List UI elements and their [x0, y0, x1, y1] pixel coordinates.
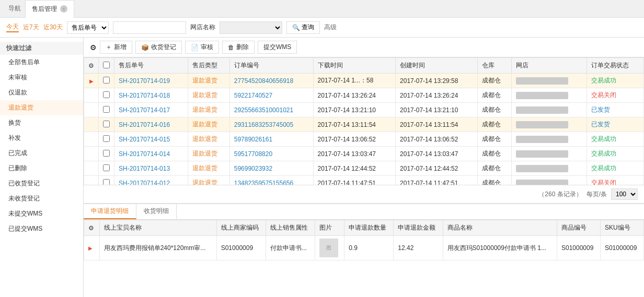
- bottom-table-row[interactable]: ▶用友西玛费用报销单240*120mm审...S01000009付款申请书...…: [84, 236, 644, 260]
- table-settings-icon[interactable]: ⚙: [90, 43, 97, 52]
- bth-goods-name: 商品名称: [443, 220, 557, 236]
- th-settings[interactable]: ⚙: [84, 58, 99, 74]
- sidebar-item[interactable]: 已收货登记: [0, 176, 83, 191]
- trade-status: 交易关闭: [586, 176, 643, 185]
- row-indicator: [84, 161, 99, 176]
- search-field-select[interactable]: 售后单号: [67, 21, 109, 34]
- row-checkbox[interactable]: [103, 179, 110, 185]
- date-today-btn[interactable]: 今天: [6, 22, 19, 32]
- tab-receive-detail[interactable]: 收货明细: [136, 204, 177, 219]
- after-sale-type: 退款退货: [188, 161, 230, 176]
- download-time: 2017-07-14 13:03:47: [313, 147, 395, 161]
- search-toolbar: 今天 近7天 近30天 售后单号 网店名称 🔍 查询 高级: [0, 18, 644, 38]
- sidebar-item[interactable]: 换货: [0, 115, 83, 130]
- sidebar-item[interactable]: 全部售后单: [0, 55, 83, 70]
- warehouse: 成都仓: [478, 132, 512, 147]
- row-checkbox[interactable]: [103, 135, 110, 142]
- warehouse: 成都仓: [478, 103, 512, 117]
- table-row[interactable]: SH-20170714-013退款退货596990239322017-07-14…: [84, 161, 644, 176]
- tab-close-btn[interactable]: ×: [60, 5, 67, 13]
- active-tab[interactable]: 售后管理 ×: [25, 0, 74, 18]
- top-nav: 导航 售后管理 ×: [0, 0, 644, 18]
- table-row[interactable]: SH-20170714-015退款退货597890261612017-07-14…: [84, 132, 644, 147]
- after-sale-type: 退款退货: [188, 88, 230, 103]
- created-time: 2017-07-14 13:26:24: [396, 88, 478, 103]
- receive-register-btn[interactable]: 📦 收货登记: [135, 41, 182, 54]
- after-sale-type: 退款退货: [188, 147, 230, 161]
- sidebar-item[interactable]: 退款退货: [0, 100, 83, 115]
- order-id: 59699023932: [229, 161, 313, 176]
- table-row[interactable]: SH-20170714-018退款退货592217405272017-07-14…: [84, 88, 644, 103]
- sidebar-item[interactable]: 仅退款: [0, 85, 83, 100]
- created-time: 2017-07-14 13:03:47: [396, 147, 478, 161]
- row-checkbox[interactable]: [103, 150, 110, 157]
- advanced-btn[interactable]: 高级: [324, 23, 337, 32]
- table-row[interactable]: SH-20170714-012退款退货134823595751556562017…: [84, 176, 644, 185]
- row-checkbox[interactable]: [103, 106, 110, 113]
- created-time: 2017-07-14 12:44:52: [396, 161, 478, 176]
- row-checkbox[interactable]: [103, 91, 110, 98]
- table-row[interactable]: SH-20170714-016退款退货293116832537450052017…: [84, 117, 644, 132]
- merchant-code: S01000009: [216, 236, 266, 260]
- th-warehouse: 仓库: [478, 58, 512, 74]
- sidebar-item[interactable]: 未提交WMS: [0, 206, 83, 221]
- shop-select[interactable]: [220, 21, 282, 34]
- after-sale-id: SH-20170714-019: [114, 74, 188, 88]
- th-order-id: 售后单号: [114, 58, 188, 74]
- trade-status: 交易关闭: [586, 88, 643, 103]
- date-30days-btn[interactable]: 近30天: [43, 23, 63, 32]
- main-table-body: ▶SH-20170714-019退款退货27754520840656918201…: [84, 74, 644, 185]
- row-indicator: [84, 117, 99, 132]
- created-time: 2017-07-14 13:29:58: [396, 74, 478, 88]
- shop-name: blurred shop name: [512, 161, 586, 176]
- product-name: 用友西玛费用报销单240*120mm审...: [99, 236, 216, 260]
- th-checkbox[interactable]: [99, 58, 114, 74]
- table-row[interactable]: SH-20170714-017退款退货292556635100010212017…: [84, 103, 644, 117]
- submit-wms-btn[interactable]: 提交WMS: [258, 41, 297, 54]
- sidebar-item[interactable]: 未收货登记: [0, 191, 83, 206]
- delete-btn[interactable]: 🗑 删除: [222, 41, 255, 54]
- tab-refund-detail[interactable]: 申请退货明细: [84, 204, 136, 219]
- shop-name: blurred shop name: [512, 132, 586, 147]
- row-indicator: [84, 103, 99, 117]
- row-checkbox[interactable]: [103, 164, 110, 171]
- after-sale-id: SH-20170714-017: [114, 103, 188, 117]
- table-row[interactable]: SH-20170714-014退款退货595177088202017-07-14…: [84, 147, 644, 161]
- order-id: 59517708820: [229, 147, 313, 161]
- sku-code: S01000009: [600, 236, 643, 260]
- trade-status: 已发货: [586, 103, 643, 117]
- after-sale-id: SH-20170714-014: [114, 147, 188, 161]
- audit-btn[interactable]: 📄 审核: [185, 41, 219, 54]
- sidebar-item[interactable]: 已删除: [0, 161, 83, 176]
- shop-name: blurred shop name: [512, 88, 586, 103]
- row-checkbox[interactable]: [103, 77, 110, 84]
- search-btn[interactable]: 🔍 查询: [286, 21, 320, 34]
- after-sale-type: 退款退货: [188, 176, 230, 185]
- nav-label: 导航: [4, 4, 25, 13]
- sidebar-item[interactable]: 未审核: [0, 70, 83, 85]
- search-input[interactable]: [113, 21, 186, 34]
- sidebar-item[interactable]: 补发: [0, 130, 83, 146]
- date-7days-btn[interactable]: 近7天: [23, 23, 39, 32]
- goods-code: S01000009: [557, 236, 600, 260]
- per-page-select[interactable]: 100: [611, 188, 638, 200]
- select-all-checkbox[interactable]: [103, 62, 110, 68]
- after-sale-id: SH-20170714-012: [114, 176, 188, 185]
- order-id: 27754520840656918: [229, 74, 313, 88]
- table-row[interactable]: ▶SH-20170714-019退款退货27754520840656918201…: [84, 74, 644, 88]
- package-icon: 📦: [141, 44, 149, 51]
- add-btn[interactable]: ＋ 新增: [100, 41, 132, 54]
- bth-settings[interactable]: ⚙: [84, 220, 100, 236]
- after-sale-id: SH-20170714-016: [114, 117, 188, 132]
- download-time: 2017-07-14 13:11:54: [313, 117, 395, 132]
- sidebar-item[interactable]: 已提交WMS: [0, 221, 83, 236]
- row-checkbox[interactable]: [103, 121, 110, 127]
- row-indicator: ▶: [84, 74, 99, 88]
- bth-sales-attr: 线上销售属性: [266, 220, 315, 236]
- bth-sku-code: SKU编号: [600, 220, 643, 236]
- bottom-table-container: ⚙ 线上宝贝名称 线上商家编码 线上销售属性 图片 申请退款数量 申请退款金额 …: [84, 220, 644, 297]
- row-indicator: [84, 88, 99, 103]
- refund-qty: 0.9: [344, 236, 394, 260]
- order-id: 13482359575155656: [229, 176, 313, 185]
- sidebar-item[interactable]: 已完成: [0, 146, 83, 161]
